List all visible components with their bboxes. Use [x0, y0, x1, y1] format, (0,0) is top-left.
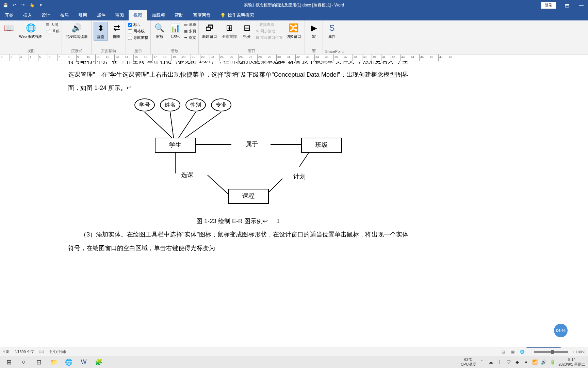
- immersive-reader-button[interactable]: 🔊 沉浸式阅读器: [64, 22, 89, 40]
- tray-onedrive-icon[interactable]: ☁: [488, 359, 494, 365]
- tray-network-icon[interactable]: 📶: [532, 359, 538, 365]
- touch-icon[interactable]: 👆: [29, 2, 35, 8]
- print-layout-icon[interactable]: ▦: [509, 349, 517, 355]
- word-icon[interactable]: W: [77, 357, 91, 368]
- flip-icon: ⇄: [111, 22, 122, 33]
- cortana-icon[interactable]: ○: [17, 357, 31, 368]
- document-area[interactable]: 符号略有不同。在"工作空间"单击右键（参见图 1-24），在出现的快捷菜单选择"…: [0, 61, 588, 273]
- zoom-in-button[interactable]: +: [572, 350, 574, 354]
- zoom-out-button[interactable]: −: [528, 350, 530, 354]
- redo-icon[interactable]: ↷: [20, 2, 26, 8]
- one-page-icon: ▭: [184, 22, 187, 27]
- svg-line-1: [170, 112, 174, 138]
- flip-button[interactable]: ⇄ 翻页: [110, 22, 124, 40]
- tab-layout[interactable]: 布局: [55, 10, 74, 20]
- tab-help[interactable]: 帮助: [170, 10, 188, 20]
- group-sharepoint: S 属性 SharePoint: [323, 20, 346, 54]
- tab-insert[interactable]: 插入: [18, 10, 37, 20]
- title-bar: 💾 ↶ ↷ 👆 ▾ 实验1 概念模型的画法及应用(1).docx [兼容模式] …: [0, 0, 588, 10]
- undo-icon[interactable]: ↶: [12, 2, 17, 8]
- ribbon-options-icon[interactable]: ⬒: [560, 0, 574, 10]
- gridlines-checkbox[interactable]: 网格线: [128, 28, 148, 34]
- zoom-100-label: 100%: [170, 34, 180, 38]
- minimize-icon[interactable]: —: [574, 0, 588, 10]
- split-icon: ⊟: [242, 22, 252, 33]
- zoom-label: 缩放: [156, 34, 163, 39]
- status-words[interactable]: 4/1699 个字: [14, 349, 34, 354]
- save-icon[interactable]: 💾: [3, 2, 8, 8]
- tab-baidu[interactable]: 百度网盘: [188, 10, 215, 20]
- zoom-100-icon: 📊: [170, 22, 181, 33]
- weather-widget[interactable]: 63°C CPU温度: [461, 357, 476, 366]
- navpane-checkbox[interactable]: 导航窗格: [128, 35, 148, 41]
- tray-app1-icon[interactable]: ◆: [514, 359, 520, 365]
- zoom-thumb[interactable]: [551, 350, 554, 354]
- web-layout-view-icon[interactable]: 🌐: [518, 349, 526, 355]
- draft-button[interactable]: 📄草稿: [46, 28, 60, 34]
- tab-review[interactable]: 审阅: [110, 10, 129, 20]
- multi-page-button[interactable]: ▦多页: [184, 28, 196, 34]
- er-entity-class: 班级: [301, 138, 342, 153]
- tray-chevron-icon[interactable]: ˄: [479, 359, 485, 365]
- group-page-move-label: 页面移动: [94, 48, 124, 53]
- outline-button[interactable]: ☰大纲: [46, 22, 60, 28]
- start-button[interactable]: ⊞: [2, 357, 16, 368]
- group-views: 📖 阅读视图 🌐 Web 版式视图 ☰大纲 📄草稿 视图: [0, 20, 62, 54]
- app-icon[interactable]: 🧩: [92, 357, 105, 368]
- taskbar-clock[interactable]: 8:14 2020/9/1 星期二: [558, 357, 585, 366]
- tray-battery-icon[interactable]: 🔋: [550, 359, 556, 365]
- tell-me-search[interactable]: 💡 操作说明搜索: [215, 10, 259, 20]
- tab-addins[interactable]: 加载项: [147, 10, 170, 20]
- arrange-all-button[interactable]: ⊞ 全部重排: [220, 22, 238, 40]
- tab-design[interactable]: 设计: [37, 10, 55, 20]
- macros-label: 宏: [312, 34, 316, 39]
- er-entity-course: 课程: [228, 189, 269, 204]
- tab-mailings[interactable]: 邮件: [92, 10, 110, 20]
- reading-view-button[interactable]: 📖 阅读视图: [2, 22, 16, 34]
- read-mode-icon[interactable]: ▤: [499, 349, 507, 355]
- group-zoom-label: 缩放: [153, 48, 196, 53]
- svg-line-9: [299, 151, 310, 167]
- vertical-button[interactable]: ⬍ 垂直: [94, 22, 108, 41]
- document-title: 实验1 概念模型的画法及应用(1).docx [兼容模式] - Word: [244, 2, 344, 8]
- group-sharepoint-label: SharePoint: [325, 49, 343, 53]
- browser-icon[interactable]: 🌐: [62, 357, 76, 368]
- qat-more-icon[interactable]: ▾: [38, 2, 44, 8]
- status-proofing-icon[interactable]: 📖: [39, 350, 44, 354]
- zoom-100-button[interactable]: 📊 100%: [168, 22, 182, 39]
- horizontal-ruler[interactable]: 1234567891011121314151617181920212223242…: [0, 55, 588, 61]
- login-button[interactable]: 登录: [541, 2, 556, 9]
- tab-references[interactable]: 引用: [74, 10, 92, 20]
- immersive-reader-icon: 🔊: [71, 22, 82, 33]
- zoom-button[interactable]: 🔍 缩放: [153, 22, 166, 40]
- page-width-button[interactable]: ⬌页宽: [184, 35, 196, 41]
- zoom-icon: 🔍: [154, 22, 165, 33]
- switch-windows-button[interactable]: 🔀 切换窗口: [285, 22, 303, 40]
- reset-window-icon: ⊡: [256, 35, 259, 40]
- file-explorer-icon[interactable]: 📁: [47, 357, 61, 368]
- clock-date: 2020/9/1 星期二: [558, 362, 585, 367]
- new-window-button[interactable]: 🗗 新建窗口: [201, 22, 218, 40]
- one-page-button[interactable]: ▭单页: [184, 22, 196, 28]
- arrange-all-icon: ⊞: [224, 22, 235, 33]
- status-language[interactable]: 中文(中国): [49, 349, 66, 354]
- status-page[interactable]: 4 页: [3, 349, 10, 354]
- draft-icon: 📄: [46, 29, 51, 33]
- ruler-checkbox[interactable]: 标尺: [128, 22, 148, 28]
- tell-me-label: 操作说明搜索: [228, 12, 254, 18]
- zoom-level[interactable]: 100%: [576, 350, 585, 354]
- tray-bluetooth-icon[interactable]: ᛒ: [496, 359, 503, 365]
- float-timer-badge[interactable]: 04:46: [554, 324, 568, 337]
- clock-time: 8:14: [558, 357, 585, 362]
- web-layout-button[interactable]: 🌐 Web 版式视图: [18, 22, 44, 40]
- macros-button[interactable]: ▶ 宏: [307, 22, 321, 40]
- zoom-slider[interactable]: [534, 351, 568, 353]
- properties-button[interactable]: S 属性: [325, 22, 339, 40]
- task-view-icon[interactable]: ⊡: [32, 357, 46, 368]
- tray-security-icon[interactable]: 🛡: [505, 359, 511, 365]
- tab-home[interactable]: 开始: [0, 10, 18, 20]
- tab-view[interactable]: 视图: [129, 10, 147, 20]
- tray-volume-icon[interactable]: 🔊: [541, 359, 547, 365]
- tray-app2-icon[interactable]: ●: [523, 359, 529, 365]
- split-button[interactable]: ⊟ 拆分: [240, 22, 254, 40]
